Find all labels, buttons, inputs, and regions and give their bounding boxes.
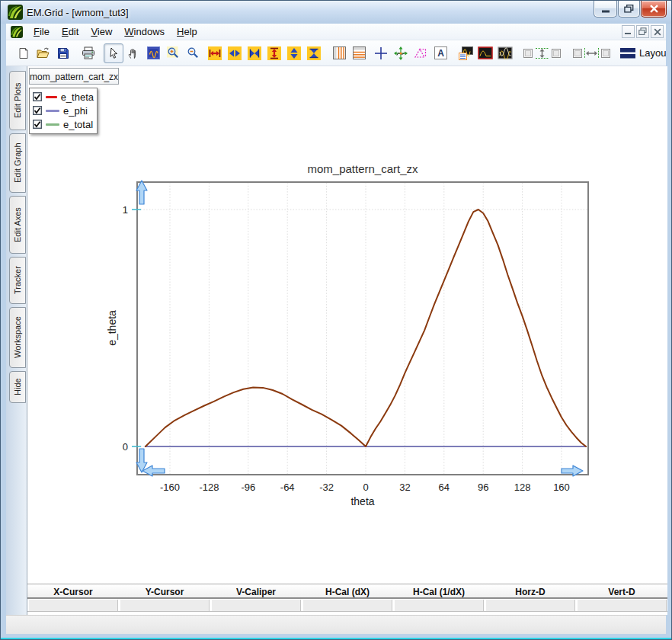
vertical-align-button[interactable]	[520, 43, 565, 63]
menu-item-view[interactable]: View	[85, 24, 118, 39]
horizontal-align-icon	[573, 47, 611, 59]
chart: 01-160-128-96-64-320326496128160mom_patt…	[27, 66, 667, 583]
readout-header-v-caliper: V-Caliper	[210, 584, 302, 597]
menu-item-help[interactable]: Help	[171, 24, 203, 39]
caliper-icon	[414, 47, 427, 59]
vertical-gridlines-button[interactable]	[329, 43, 349, 63]
new-button[interactable]	[14, 43, 34, 63]
plot-with-legend-icon	[459, 46, 473, 60]
readout-header-x-cursor: X-Cursor	[27, 584, 119, 597]
horizontal-gridlines-button[interactable]	[349, 43, 369, 63]
mirror-x-button[interactable]	[245, 43, 264, 63]
zoom-out-button[interactable]	[183, 43, 203, 63]
readout-header-hcal-dx: H-Cal (dX)	[302, 584, 393, 597]
zoom-in-button[interactable]	[163, 43, 183, 63]
compress-x-icon	[228, 46, 242, 60]
x-tick-label: 96	[478, 482, 488, 493]
save-button[interactable]	[53, 43, 73, 63]
multi-plot-button[interactable]	[495, 43, 515, 63]
readout-value-cell	[485, 600, 575, 611]
compress-x-button[interactable]	[225, 43, 245, 63]
minimize-button[interactable]	[594, 1, 617, 18]
title-bar[interactable]: EM.Grid - [wmom_tut3]	[1, 1, 671, 24]
mdi-restore-button[interactable]	[636, 25, 649, 38]
text-annotation-button[interactable]: A	[430, 43, 450, 63]
mdi-close-button[interactable]	[651, 25, 664, 38]
sidebar-tab-edit-axes[interactable]: Edit Axes	[9, 196, 26, 254]
expand-y-button[interactable]	[264, 43, 284, 63]
sidebar-tab-edit-graph[interactable]: Edit Graph	[9, 133, 26, 193]
app-logo-icon[interactable]	[8, 5, 23, 20]
legend-item-e_theta: e_theta	[33, 91, 94, 104]
readout-value-cell	[394, 600, 484, 611]
sidebar-tab-hide[interactable]: Hide	[9, 371, 26, 403]
single-plot-button[interactable]	[475, 43, 495, 63]
restore-icon	[624, 5, 634, 13]
legend-line-swatch	[46, 96, 57, 98]
fit-view-button[interactable]	[143, 43, 163, 63]
legend-item-e_phi: e_phi	[33, 104, 94, 117]
print-button[interactable]	[78, 43, 98, 63]
menu-item-file[interactable]: File	[27, 24, 56, 39]
sidebar-tab-workspace[interactable]: Workspace	[9, 307, 26, 368]
x-tick-label: 0	[363, 482, 368, 493]
mdi-close-icon	[654, 28, 661, 36]
legend-label: e_total	[63, 119, 93, 130]
window-title: EM.Grid - [wmom_tut3]	[27, 7, 129, 18]
legend-box: e_thetae_phie_total	[29, 88, 98, 134]
minimize-icon	[601, 5, 610, 13]
menu-bar: File Edit View Windows Help	[6, 24, 666, 40]
open-button[interactable]	[34, 43, 53, 63]
toolbar: A Layout	[6, 40, 666, 66]
horizontal-align-button[interactable]	[570, 43, 614, 63]
zoom-in-icon	[167, 46, 180, 59]
x-tick-label: -128	[199, 482, 219, 493]
legend-checkbox[interactable]	[33, 118, 42, 132]
app-window: EM.Grid - [wmom_tut3] File Edit View Win…	[0, 0, 672, 640]
save-floppy-icon	[57, 47, 69, 59]
sidebar-tab-edit-plots[interactable]: Edit Plots	[9, 71, 26, 130]
readout-value-cell	[120, 600, 210, 611]
caliper-button[interactable]	[411, 43, 430, 63]
mirror-y-button[interactable]	[304, 43, 324, 63]
document-tab[interactable]: mom_pattern_cart_zx	[29, 68, 119, 85]
x-axis-label: theta	[350, 495, 374, 507]
expand-x-button[interactable]	[205, 43, 225, 63]
x-tick-label: 128	[514, 482, 531, 493]
mdi-minimize-button[interactable]	[622, 25, 635, 38]
crosshair-button[interactable]	[371, 43, 391, 63]
menu-item-windows[interactable]: Windows	[118, 24, 171, 39]
readout-value-cell	[211, 600, 301, 611]
fit-plot-icon	[147, 46, 160, 59]
compress-y-button[interactable]	[284, 43, 304, 63]
zoom-out-icon	[187, 46, 200, 59]
menu-item-edit[interactable]: Edit	[56, 24, 85, 39]
status-bar	[6, 615, 666, 634]
plot-with-legend-button[interactable]	[456, 43, 475, 63]
tracker-icon	[394, 46, 408, 60]
sidebar-tab-tracker[interactable]: Tracker	[9, 257, 26, 304]
legend-checkbox[interactable]	[33, 91, 42, 104]
open-folder-icon	[37, 47, 50, 59]
plot-frame[interactable]	[137, 182, 588, 475]
svg-text:A: A	[437, 48, 444, 59]
readout-header-y-cursor: Y-Cursor	[119, 584, 210, 597]
layout-button[interactable]: Layout	[620, 47, 666, 59]
tracker-button[interactable]	[391, 43, 411, 63]
pan-tool-button[interactable]	[123, 43, 143, 63]
expand-x-icon	[208, 46, 222, 60]
legend-label: e_phi	[63, 105, 88, 117]
expand-y-icon	[267, 46, 281, 60]
horizontal-gridlines-icon	[353, 46, 366, 59]
close-icon	[649, 5, 659, 13]
legend-checkbox[interactable]	[33, 104, 42, 118]
maximize-button[interactable]	[618, 1, 640, 18]
x-tick-label: 32	[399, 482, 410, 493]
close-button[interactable]	[641, 1, 667, 18]
mirror-y-icon	[307, 46, 321, 60]
select-tool-button[interactable]	[104, 43, 123, 63]
x-tick-label: -32	[319, 482, 334, 493]
legend-line-swatch	[46, 110, 59, 112]
readout-table: X-Cursor Y-Cursor V-Caliper H-Cal (dX) H…	[27, 584, 667, 612]
window-bottom-frame	[1, 634, 671, 640]
